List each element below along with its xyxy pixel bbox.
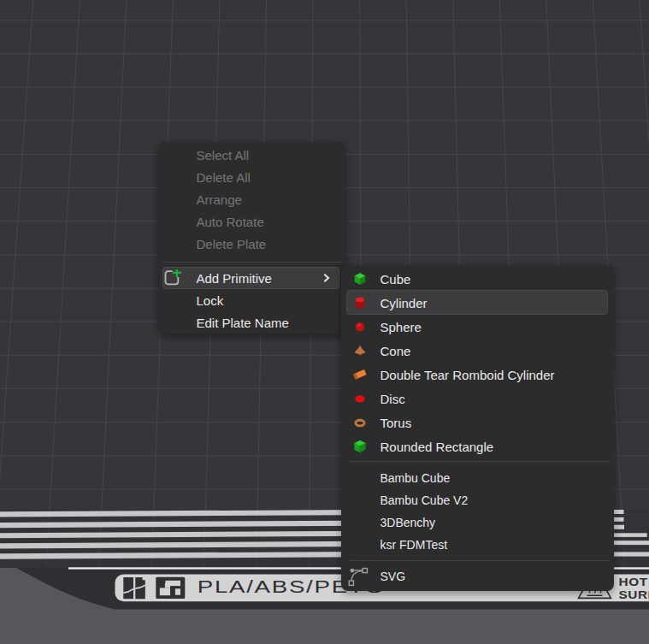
svg-text:SURFACE: SURFACE bbox=[619, 588, 649, 601]
svg-text:HOT: HOT bbox=[619, 576, 648, 588]
